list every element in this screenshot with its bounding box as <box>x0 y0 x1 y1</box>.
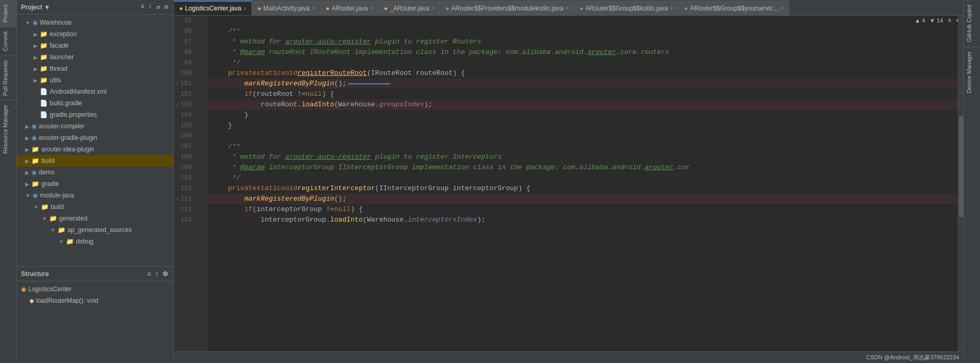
code-span: ); <box>424 100 433 110</box>
structure-icon-sort[interactable]: ↕ <box>154 269 159 279</box>
tab-close-arouter-[interactable]: × <box>432 5 435 11</box>
sidebar-icon-settings[interactable]: ⚙ <box>163 2 169 12</box>
left-vtabs: Project Commit Pull Requests Resource Ma… <box>0 0 17 363</box>
line-num-105: 105 <box>174 120 196 131</box>
code-span: } <box>212 110 248 120</box>
tree-item-module-java[interactable]: ▼ ◉ module-java <box>17 190 173 201</box>
code-span: (interceptorGroup != <box>252 204 334 215</box>
tree-item-exception[interactable]: ▶ 📁 exception <box>17 28 173 40</box>
code-content[interactable]: /** * method for arouter-auto-register p… <box>207 16 958 351</box>
tree-item-arouter-gradle-plugin[interactable]: ▶ ◉ arouter-gradle-plugin <box>17 132 173 144</box>
tree-item-warehouse[interactable]: ▼ ◉ Warehouse <box>17 17 173 28</box>
gutter <box>200 16 207 351</box>
structure-icon-settings[interactable]: ⚙ <box>161 269 169 279</box>
tree-label: arouter-compiler <box>39 123 84 130</box>
comment-span: * @param routeRoot IRouteRoot implementa… <box>212 47 669 58</box>
tree-item-build2[interactable]: ▼ 📁 build <box>17 201 173 213</box>
tree-item-facade[interactable]: ▶ 📁 facade <box>17 40 173 51</box>
scrollbar-thumb[interactable] <box>959 116 963 217</box>
tree-item-buildgradle[interactable]: ▶ 📄 build.gradle <box>17 97 173 109</box>
tree-label: generated <box>59 215 87 222</box>
tree-item-utils[interactable]: ▶ 📁 utils <box>17 74 173 86</box>
line-num-107: 107 <box>174 141 196 152</box>
tree-item-arouter-compiler[interactable]: ▶ ◉ arouter-compiler <box>17 120 173 132</box>
folder-icon: 📁 <box>40 53 48 61</box>
tab-main[interactable]: ● MainActivity.java × <box>252 1 321 15</box>
tree-arrow: ▼ <box>25 193 30 199</box>
code-line-102: if (routeRoot != null) { <box>207 89 958 100</box>
code-span: (IRouteRoot routeRoot) { <box>367 68 465 79</box>
sidebar-icon-sort[interactable]: ↕ <box>147 2 153 12</box>
line-numbers: 95 96 97 98 99 100 ✓ 101 102 ✓ 103 104 1… <box>174 16 200 351</box>
tree-item-androidmanifest[interactable]: ▶ 📄 AndroidManifest.xml <box>17 86 173 97</box>
tree-item-build[interactable]: ▶ 📁 build <box>17 155 173 167</box>
sidebar-icon-expand[interactable]: ⇄ <box>156 2 161 12</box>
tab-arouter-[interactable]: ● _ARouter.java × <box>379 1 440 15</box>
vtab-project[interactable]: Project <box>0 0 16 27</box>
vtab-github-copilot[interactable]: GitHub Copilot <box>964 0 980 47</box>
tab-dot: ● <box>684 5 688 12</box>
structure-item-method[interactable]: ◆ loadRouterMap(): void <box>21 295 169 306</box>
code-line-100: private static void registerRouteRoot(IR… <box>207 68 958 79</box>
tab-close-main[interactable]: × <box>312 5 315 11</box>
tab-logistics[interactable]: ● LogisticsCenter.java × <box>174 1 252 15</box>
vertical-scrollbar[interactable] <box>958 16 963 351</box>
tab-close-arouter[interactable]: × <box>370 5 373 11</box>
line-num-95: 95 <box>174 16 196 26</box>
structure-icon-list[interactable]: ≡ <box>146 269 152 279</box>
line-num-108: 108 <box>174 152 196 162</box>
nav-close[interactable]: × <box>956 17 959 24</box>
code-line-95 <box>207 16 958 26</box>
function-name: registerInterceptor <box>298 183 375 194</box>
code-span: } <box>212 120 232 131</box>
error-count: ▲ 4 <box>915 17 925 24</box>
tree-item-launcher[interactable]: ▶ 📁 launcher <box>17 51 173 63</box>
tab-close-providers[interactable]: × <box>566 5 569 11</box>
structure-header: Structure ≡ ↕ ⚙ <box>17 267 173 281</box>
structure-item-class[interactable]: ◉ LogisticsCenter <box>21 283 169 295</box>
code-editor[interactable]: ▲ 4 ▼ 14 ∧ × 95 96 97 98 99 100 ✓ 101 10… <box>174 16 963 351</box>
line-num-98: 98 <box>174 47 196 58</box>
bottom-bar-csdn: CSDN @Android_周志豪378623234 <box>866 354 959 361</box>
tree-item-gradle[interactable]: ▶ 📁 gradle <box>17 178 173 190</box>
folder-icon: 📁 <box>49 215 57 222</box>
tab-dot: ● <box>179 5 183 12</box>
tab-arouter[interactable]: ● ARouter.java × <box>321 1 379 15</box>
vtab-device-manager[interactable]: Device Manager <box>964 47 980 97</box>
keyword: if <box>244 89 252 100</box>
comment-span: * method for arouter-auto-register plugi… <box>212 152 502 162</box>
tree-item-generated[interactable]: ▼ 📁 generated <box>17 213 173 224</box>
tree-item-thread[interactable]: ▶ 📁 thread <box>17 63 173 74</box>
tree-item-gradleprops[interactable]: ▶ 📄 gradle.properties <box>17 109 173 120</box>
editor-area: ● LogisticsCenter.java × ● MainActivity.… <box>174 0 963 363</box>
nav-up[interactable]: ∧ <box>948 17 952 24</box>
module-icon: ◉ <box>31 169 37 176</box>
tree-label: arouter-idea-plugin <box>41 146 94 153</box>
tree-item-debug[interactable]: ▼ 📁 debug <box>17 236 173 247</box>
code-line-107: /** <box>207 141 958 152</box>
tree-item-arouter-idea-plugin[interactable]: ▶ 📁 arouter-idea-plugin <box>17 144 173 155</box>
vtab-resource-manager[interactable]: Resource Manager <box>0 100 16 158</box>
sidebar-header: Project ▼ ≡ ↕ ⇄ ⚙ <box>17 0 173 15</box>
method-name: loadInto <box>330 215 362 225</box>
comment-span: /** <box>212 26 240 37</box>
code-line-111: private static void registerInterceptor(… <box>207 183 958 194</box>
keyword: static <box>257 68 281 79</box>
vtab-commit[interactable]: Commit <box>0 27 16 56</box>
tab-close-logistics[interactable]: × <box>244 6 247 12</box>
sidebar-icon-list[interactable]: ≡ <box>139 2 145 12</box>
line-num-96: 96 <box>174 26 196 37</box>
xml-file-icon: 📄 <box>40 88 48 95</box>
tree-item-demo[interactable]: ▶ ◉ demo <box>17 167 173 178</box>
tree-item-ap-gen[interactable]: ▼ 📁 ap_generated_sources <box>17 224 173 236</box>
tab-providers[interactable]: ● ARouter$$Providers$$modulekotlin.java … <box>440 1 574 15</box>
tab-close-group-your[interactable]: × <box>780 5 784 11</box>
tab-group-kotlin[interactable]: ● ARouter$$Group$$kotlin.java × <box>575 1 679 15</box>
vtab-pull-requests[interactable]: Pull Requests <box>0 56 16 100</box>
code-line-114: interceptorGroup.loadInto(Warehouse.inte… <box>207 215 958 225</box>
tab-group-your[interactable]: ● ARouter$$Group$$yourservic... × <box>679 1 789 15</box>
code-span: (IInterceptorGroup interceptorGroup) { <box>375 183 530 194</box>
tree-label: launcher <box>50 53 74 61</box>
project-sidebar: Project ▼ ≡ ↕ ⇄ ⚙ ▼ ◉ Warehouse ▶ 📁 exce… <box>17 0 174 363</box>
tab-close-group-kotlin[interactable]: × <box>670 5 673 11</box>
